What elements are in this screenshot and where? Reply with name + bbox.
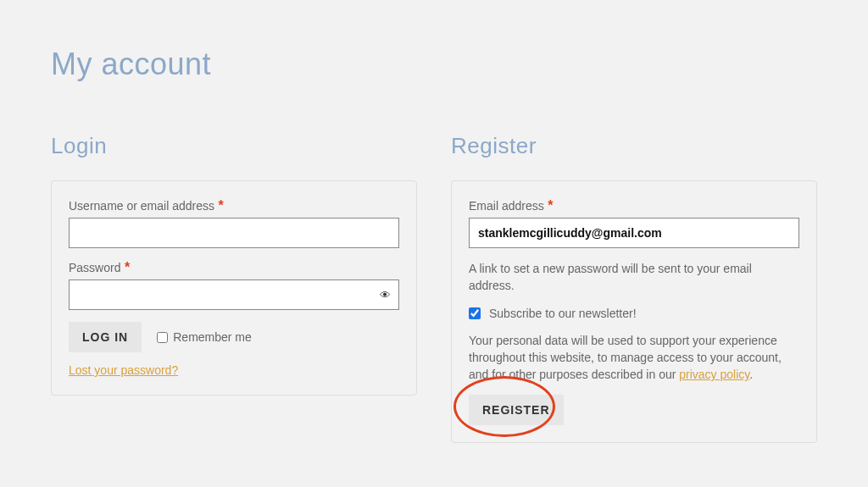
username-input[interactable]	[69, 218, 399, 248]
password-label: Password	[69, 261, 120, 274]
register-button[interactable]: REGISTER	[469, 395, 564, 425]
lost-password-link[interactable]: Lost your password?	[69, 363, 178, 377]
account-columns: Login Username or email address * Passwo…	[0, 82, 868, 443]
register-column: Register Email address * A link to set a…	[451, 133, 817, 443]
password-note: A link to set a new password will be sen…	[469, 260, 799, 295]
newsletter-row: Subscribe to our newsletter!	[469, 307, 799, 320]
register-email-input[interactable]	[469, 218, 799, 248]
required-mark: *	[548, 198, 553, 213]
register-email-row: Email address *	[469, 198, 799, 248]
login-button[interactable]: LOG IN	[69, 322, 142, 352]
newsletter-checkbox[interactable]	[469, 307, 481, 319]
username-row: Username or email address *	[69, 198, 399, 248]
privacy-text: Your personal data will be used to suppo…	[469, 332, 799, 384]
login-heading: Login	[51, 133, 417, 159]
register-panel: Email address * A link to set a new pass…	[451, 180, 817, 443]
login-panel: Username or email address * Password * 👁…	[51, 180, 417, 396]
password-input[interactable]	[69, 279, 399, 310]
privacy-policy-link[interactable]: privacy policy	[679, 368, 749, 381]
remember-me-label: Remember me	[173, 330, 252, 344]
password-row: Password * 👁	[69, 260, 399, 310]
newsletter-label: Subscribe to our newsletter!	[489, 307, 637, 320]
remember-me-checkbox[interactable]	[157, 332, 168, 343]
username-label: Username or email address	[69, 199, 214, 213]
login-actions: LOG IN Remember me	[69, 322, 399, 352]
required-mark: *	[218, 198, 223, 213]
page-title: My account	[0, 0, 868, 82]
register-heading: Register	[451, 133, 817, 159]
remember-me-wrap[interactable]: Remember me	[157, 330, 252, 344]
register-email-label: Email address	[469, 199, 544, 213]
required-mark: *	[125, 260, 130, 274]
login-column: Login Username or email address * Passwo…	[51, 133, 417, 443]
privacy-text-part2: .	[749, 368, 753, 381]
show-password-icon[interactable]: 👁	[380, 289, 391, 302]
